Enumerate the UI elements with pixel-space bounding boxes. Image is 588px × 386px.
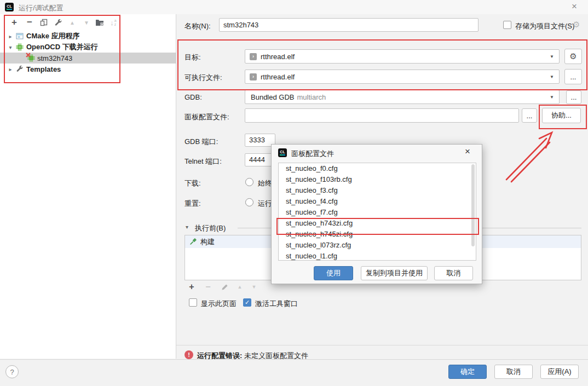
arrow-down-icon: ▼ [252, 284, 257, 290]
chip-icon [16, 43, 24, 51]
chip-error-icon [27, 54, 35, 62]
download-always-radio[interactable] [245, 178, 253, 186]
cancel-button[interactable]: 取消 [494, 365, 533, 379]
assist-button[interactable]: 协助... [542, 108, 581, 123]
name-input[interactable] [220, 19, 478, 31]
sort-configurations-button[interactable]: ↓ a z [108, 17, 119, 28]
target-combobox[interactable]: › rtthread.elf ▼ [245, 49, 560, 64]
gear-icon: ⚙ [569, 51, 577, 61]
ellipsis-icon: ... [571, 93, 577, 101]
board-config-input[interactable] [245, 109, 518, 122]
move-up-button[interactable]: ▲ [67, 17, 78, 28]
move-task-down-button[interactable]: ▼ [249, 281, 260, 292]
question-icon: ? [10, 368, 14, 376]
telnet-port-label: Telnet 端口: [185, 157, 222, 166]
hammer-icon [189, 238, 197, 246]
check-icon: ✓ [245, 299, 250, 306]
config-file-item[interactable]: st_nucleo_f4.cfg [279, 196, 476, 207]
activate-tool-window-label[interactable]: 激活工具窗口 [255, 299, 298, 309]
plus-icon: + [11, 17, 17, 28]
reset-run-label[interactable]: 运行 [258, 199, 272, 209]
gdb-label: GDB: [185, 93, 202, 101]
executable-combobox[interactable]: › rtthread.elf ▼ [245, 70, 560, 84]
download-label: 下载: [185, 178, 201, 188]
board-config-browse-button[interactable]: ... [522, 108, 537, 123]
remove-configuration-button[interactable]: − [24, 17, 35, 28]
copy-icon [40, 19, 48, 26]
build-target-icon: › [250, 73, 257, 80]
show-this-page-checkbox[interactable] [189, 298, 197, 307]
show-this-page-label[interactable]: 显示此页面 [201, 299, 237, 309]
sort-a-label: a [114, 19, 117, 22]
name-label: 名称(N): [185, 21, 211, 31]
store-settings-gear-icon[interactable]: ⚙ [573, 20, 580, 30]
sidebar-item-stm32h743[interactable]: stm32h743 [0, 53, 176, 64]
chevron-right-icon[interactable]: ▸ [7, 66, 14, 72]
add-task-button[interactable]: + [186, 281, 197, 292]
chevron-down-icon[interactable]: ▾ [7, 44, 14, 50]
use-button[interactable]: 使用 [314, 266, 353, 280]
sidebar-item-templates[interactable]: ▸ Templates [0, 64, 176, 74]
config-file-item-highlighted[interactable]: st_nucleo_h743zi.cfg [279, 218, 476, 229]
store-as-project-checkbox[interactable] [503, 21, 511, 29]
remove-task-button[interactable]: − [203, 281, 214, 292]
move-task-up-button[interactable]: ▲ [234, 281, 245, 292]
minus-icon: − [205, 282, 210, 292]
config-file-item[interactable]: st_nucleo_f0.cfg [279, 163, 476, 174]
dialog-titlebar: CL 运行/调试配置 × [0, 0, 588, 14]
sidebar-item-openocd[interactable]: ▾ OpenOCD 下载并运行 [0, 42, 176, 53]
config-file-item[interactable]: st_nucleo_l073rz.cfg [279, 240, 476, 251]
sidebar-item-cmake[interactable]: ▸ CMake 应用程序 [0, 31, 176, 42]
ok-button[interactable]: 确定 [448, 365, 487, 379]
list-scrollbar[interactable] [471, 164, 475, 246]
edit-configuration-button[interactable] [53, 17, 64, 28]
download-always-label[interactable]: 始终 [258, 178, 272, 188]
target-value: rtthread.elf [261, 53, 295, 61]
pencil-icon [221, 284, 228, 291]
dropdown-arrow-icon[interactable]: ▼ [550, 54, 554, 59]
board-config-label: 面板配置文件: [185, 112, 229, 122]
reset-run-radio[interactable] [245, 198, 253, 206]
copy-configuration-button[interactable] [38, 17, 49, 28]
target-settings-button[interactable]: ⚙ [564, 49, 582, 64]
move-down-button[interactable]: ▼ [81, 17, 92, 28]
target-label: 目标: [185, 53, 201, 62]
help-button[interactable]: ? [5, 365, 19, 378]
folder-plus-icon [95, 19, 104, 26]
annotation-arrow [493, 123, 564, 189]
window-close-icon[interactable]: × [569, 1, 580, 12]
apply-button[interactable]: 应用(A) [540, 365, 579, 379]
popup-close-icon[interactable]: × [462, 146, 473, 157]
config-file-item[interactable]: st_nucleo_h745zi.cfg [279, 229, 476, 240]
sidebar-item-label: CMake 应用程序 [26, 31, 80, 41]
config-file-item[interactable]: st_nucleo_l1.cfg [279, 251, 476, 261]
gdb-combobox[interactable]: Bundled GDB multiarch ▼ [245, 90, 560, 104]
dropdown-arrow-icon[interactable]: ▼ [550, 74, 554, 79]
activate-tool-window-checkbox[interactable]: ✓ [243, 298, 251, 307]
wrench-icon [16, 65, 24, 73]
config-file-item[interactable]: st_nucleo_f3.cfg [279, 185, 476, 196]
ellipsis-icon: ... [570, 73, 577, 81]
before-launch-collapse-icon[interactable]: ▾ [186, 224, 188, 230]
dropdown-arrow-icon[interactable]: ▼ [550, 95, 554, 100]
config-file-item[interactable]: st_nucleo_f103rb.cfg [279, 174, 476, 185]
sidebar-item-label: stm32h743 [37, 54, 72, 62]
dialog-title: 运行/调试配置 [19, 3, 64, 13]
build-task-label: 构建 [200, 237, 215, 247]
add-configuration-button[interactable]: + [9, 17, 20, 28]
edit-task-button[interactable] [219, 281, 230, 292]
executable-browse-button[interactable]: ... [564, 69, 582, 84]
config-file-item[interactable]: st_nucleo_f7.cfg [279, 207, 476, 218]
cmake-application-icon [16, 32, 24, 40]
new-folder-button[interactable] [94, 17, 105, 28]
popup-cancel-button[interactable]: 取消 [434, 266, 473, 280]
executable-label: 可执行文件: [185, 73, 222, 83]
arrow-up-icon: ▲ [70, 20, 75, 26]
ellipsis-icon: ... [527, 112, 533, 120]
chevron-right-icon[interactable]: ▸ [7, 33, 14, 39]
build-target-icon: › [250, 53, 257, 60]
gdb-browse-button[interactable]: ... [566, 90, 581, 104]
copy-to-project-and-use-button[interactable]: 复制到项目并使用 [361, 266, 428, 280]
run-debug-configurations-dialog: CL 运行/调试配置 × + − ▲ ▼ ↓ a z ▸ CMake 应用程序 … [0, 0, 588, 386]
before-launch-label: 执行前(B) [195, 223, 226, 233]
